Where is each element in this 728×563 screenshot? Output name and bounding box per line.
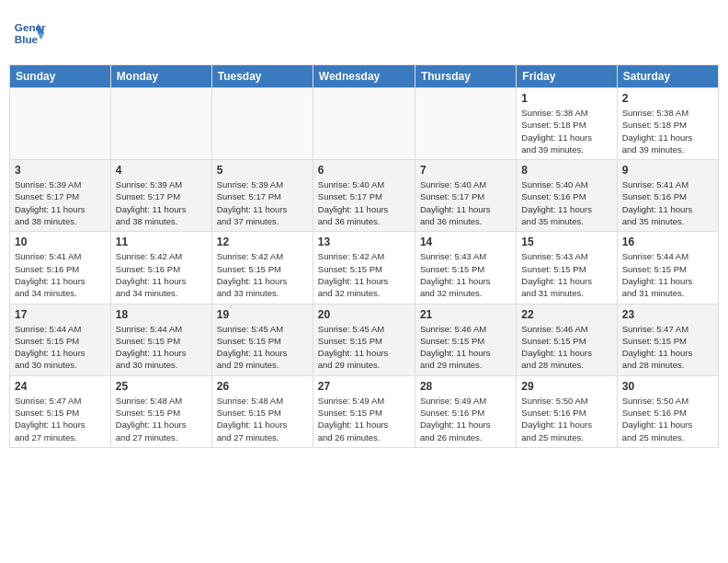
day-info: Sunrise: 5:47 AM Sunset: 5:15 PM Dayligh… xyxy=(15,395,106,443)
calendar-day-cell: 23Sunrise: 5:47 AM Sunset: 5:15 PM Dayli… xyxy=(617,304,718,375)
day-info: Sunrise: 5:41 AM Sunset: 5:16 PM Dayligh… xyxy=(15,250,106,299)
day-number: 19 xyxy=(217,308,308,321)
calendar-day-cell: 25Sunrise: 5:48 AM Sunset: 5:15 PM Dayli… xyxy=(110,375,211,447)
day-info: Sunrise: 5:45 AM Sunset: 5:15 PM Dayligh… xyxy=(217,323,308,372)
weekday-header-cell: Tuesday xyxy=(211,65,313,88)
day-info: Sunrise: 5:40 AM Sunset: 5:16 PM Dayligh… xyxy=(521,178,611,227)
calendar-day-cell: 3Sunrise: 5:39 AM Sunset: 5:17 PM Daylig… xyxy=(10,160,111,232)
day-number: 2 xyxy=(622,92,713,105)
day-info: Sunrise: 5:40 AM Sunset: 5:17 PM Dayligh… xyxy=(420,178,511,227)
calendar-day-cell: 29Sunrise: 5:50 AM Sunset: 5:16 PM Dayli… xyxy=(517,375,617,447)
calendar-day-cell: 26Sunrise: 5:48 AM Sunset: 5:15 PM Dayli… xyxy=(211,375,313,447)
calendar-day-cell: 1Sunrise: 5:38 AM Sunset: 5:18 PM Daylig… xyxy=(517,88,617,160)
day-info: Sunrise: 5:42 AM Sunset: 5:16 PM Dayligh… xyxy=(116,250,207,299)
svg-text:Blue: Blue xyxy=(15,33,39,45)
calendar-day-cell: 9Sunrise: 5:41 AM Sunset: 5:16 PM Daylig… xyxy=(617,160,718,232)
calendar-day-cell: 4Sunrise: 5:39 AM Sunset: 5:17 PM Daylig… xyxy=(110,160,211,232)
day-number: 14 xyxy=(420,236,511,248)
day-number: 23 xyxy=(622,308,713,321)
calendar-day-cell: 5Sunrise: 5:39 AM Sunset: 5:17 PM Daylig… xyxy=(211,160,313,232)
calendar-day-cell: 6Sunrise: 5:40 AM Sunset: 5:17 PM Daylig… xyxy=(313,160,415,232)
day-info: Sunrise: 5:45 AM Sunset: 5:15 PM Dayligh… xyxy=(318,323,410,372)
day-info: Sunrise: 5:42 AM Sunset: 5:15 PM Dayligh… xyxy=(217,250,308,299)
calendar-week-row: 3Sunrise: 5:39 AM Sunset: 5:17 PM Daylig… xyxy=(10,160,719,232)
day-number: 10 xyxy=(15,236,106,248)
calendar-day-cell: 22Sunrise: 5:46 AM Sunset: 5:15 PM Dayli… xyxy=(517,304,617,375)
day-number: 25 xyxy=(116,380,207,393)
calendar-day-cell xyxy=(211,88,313,160)
weekday-header-row: SundayMondayTuesdayWednesdayThursdayFrid… xyxy=(10,65,719,88)
day-number: 24 xyxy=(15,380,106,393)
calendar-day-cell: 12Sunrise: 5:42 AM Sunset: 5:15 PM Dayli… xyxy=(211,232,313,304)
day-number: 21 xyxy=(420,308,511,321)
day-number: 12 xyxy=(217,236,308,248)
calendar-day-cell xyxy=(110,88,211,160)
day-number: 18 xyxy=(116,308,207,321)
calendar-day-cell: 24Sunrise: 5:47 AM Sunset: 5:15 PM Dayli… xyxy=(10,375,111,447)
day-info: Sunrise: 5:48 AM Sunset: 5:15 PM Dayligh… xyxy=(116,395,207,443)
weekday-header-cell: Sunday xyxy=(10,65,111,88)
calendar-day-cell: 20Sunrise: 5:45 AM Sunset: 5:15 PM Dayli… xyxy=(313,304,415,375)
calendar-day-cell xyxy=(313,88,415,160)
calendar-day-cell xyxy=(415,88,516,160)
day-number: 13 xyxy=(318,236,410,248)
calendar-day-cell: 30Sunrise: 5:50 AM Sunset: 5:16 PM Dayli… xyxy=(617,375,718,447)
day-number: 5 xyxy=(217,164,308,177)
page-header: General Blue xyxy=(9,9,719,57)
day-info: Sunrise: 5:50 AM Sunset: 5:16 PM Dayligh… xyxy=(521,395,611,443)
calendar-day-cell: 18Sunrise: 5:44 AM Sunset: 5:15 PM Dayli… xyxy=(110,304,211,375)
calendar-day-cell xyxy=(10,88,111,160)
calendar-day-cell: 27Sunrise: 5:49 AM Sunset: 5:15 PM Dayli… xyxy=(313,375,415,447)
day-info: Sunrise: 5:39 AM Sunset: 5:17 PM Dayligh… xyxy=(116,178,207,227)
day-number: 15 xyxy=(521,236,611,248)
svg-marker-3 xyxy=(38,33,44,40)
day-number: 26 xyxy=(217,380,308,393)
day-number: 28 xyxy=(420,380,511,393)
day-info: Sunrise: 5:46 AM Sunset: 5:15 PM Dayligh… xyxy=(420,323,511,372)
day-info: Sunrise: 5:47 AM Sunset: 5:15 PM Dayligh… xyxy=(622,323,713,372)
logo-icon: General Blue xyxy=(13,17,46,50)
day-info: Sunrise: 5:39 AM Sunset: 5:17 PM Dayligh… xyxy=(15,178,106,227)
calendar-day-cell: 16Sunrise: 5:44 AM Sunset: 5:15 PM Dayli… xyxy=(617,232,718,304)
calendar-table: SundayMondayTuesdayWednesdayThursdayFrid… xyxy=(9,64,719,448)
calendar-day-cell: 15Sunrise: 5:43 AM Sunset: 5:15 PM Dayli… xyxy=(517,232,617,304)
day-info: Sunrise: 5:49 AM Sunset: 5:16 PM Dayligh… xyxy=(420,395,511,443)
calendar-day-cell: 11Sunrise: 5:42 AM Sunset: 5:16 PM Dayli… xyxy=(110,232,211,304)
weekday-header-cell: Friday xyxy=(517,65,617,88)
day-info: Sunrise: 5:43 AM Sunset: 5:15 PM Dayligh… xyxy=(420,250,511,299)
calendar-day-cell: 14Sunrise: 5:43 AM Sunset: 5:15 PM Dayli… xyxy=(415,232,516,304)
calendar-day-cell: 28Sunrise: 5:49 AM Sunset: 5:16 PM Dayli… xyxy=(415,375,516,447)
day-info: Sunrise: 5:38 AM Sunset: 5:18 PM Dayligh… xyxy=(521,107,611,155)
day-number: 9 xyxy=(622,164,713,177)
weekday-header-cell: Saturday xyxy=(617,65,718,88)
calendar-day-cell: 8Sunrise: 5:40 AM Sunset: 5:16 PM Daylig… xyxy=(517,160,617,232)
day-number: 27 xyxy=(318,380,410,393)
day-info: Sunrise: 5:44 AM Sunset: 5:15 PM Dayligh… xyxy=(622,250,713,299)
day-info: Sunrise: 5:48 AM Sunset: 5:15 PM Dayligh… xyxy=(217,395,308,443)
day-info: Sunrise: 5:44 AM Sunset: 5:15 PM Dayligh… xyxy=(15,323,106,372)
calendar-body: 1Sunrise: 5:38 AM Sunset: 5:18 PM Daylig… xyxy=(10,88,719,448)
calendar-week-row: 17Sunrise: 5:44 AM Sunset: 5:15 PM Dayli… xyxy=(10,304,719,375)
day-number: 8 xyxy=(521,164,611,177)
day-number: 11 xyxy=(116,236,207,248)
day-number: 1 xyxy=(521,92,611,105)
weekday-header-cell: Thursday xyxy=(415,65,516,88)
day-number: 16 xyxy=(622,236,713,248)
calendar-day-cell: 7Sunrise: 5:40 AM Sunset: 5:17 PM Daylig… xyxy=(415,160,516,232)
day-info: Sunrise: 5:38 AM Sunset: 5:18 PM Dayligh… xyxy=(622,107,713,155)
calendar-week-row: 1Sunrise: 5:38 AM Sunset: 5:18 PM Daylig… xyxy=(10,88,719,160)
day-info: Sunrise: 5:44 AM Sunset: 5:15 PM Dayligh… xyxy=(116,323,207,372)
day-info: Sunrise: 5:41 AM Sunset: 5:16 PM Dayligh… xyxy=(622,178,713,227)
calendar-day-cell: 21Sunrise: 5:46 AM Sunset: 5:15 PM Dayli… xyxy=(415,304,516,375)
day-info: Sunrise: 5:50 AM Sunset: 5:16 PM Dayligh… xyxy=(622,395,713,443)
day-number: 29 xyxy=(521,380,611,393)
calendar-day-cell: 10Sunrise: 5:41 AM Sunset: 5:16 PM Dayli… xyxy=(10,232,111,304)
day-number: 7 xyxy=(420,164,511,177)
day-number: 22 xyxy=(521,308,611,321)
calendar-day-cell: 2Sunrise: 5:38 AM Sunset: 5:18 PM Daylig… xyxy=(617,88,718,160)
day-info: Sunrise: 5:46 AM Sunset: 5:15 PM Dayligh… xyxy=(521,323,611,372)
calendar-day-cell: 17Sunrise: 5:44 AM Sunset: 5:15 PM Dayli… xyxy=(10,304,111,375)
day-info: Sunrise: 5:39 AM Sunset: 5:17 PM Dayligh… xyxy=(217,178,308,227)
day-info: Sunrise: 5:49 AM Sunset: 5:15 PM Dayligh… xyxy=(318,395,410,443)
day-number: 20 xyxy=(318,308,410,321)
